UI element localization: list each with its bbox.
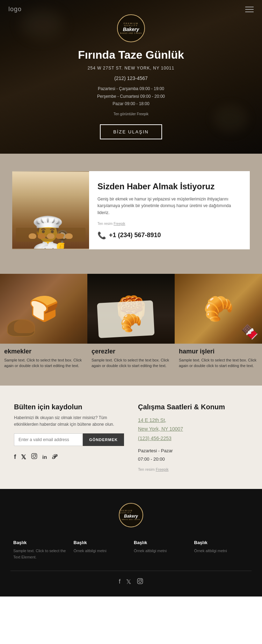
newsletter-column: Bülten için kaydolun Haberimizi ilk okuy… (14, 403, 124, 471)
cookies-info: çerezler Sample text. Click to select th… (87, 344, 175, 372)
about-credit-prefix: Ten resim (97, 222, 112, 226)
newsletter-submit-button[interactable]: GÖNDERMEK (83, 433, 124, 446)
hamburger-line-3 (245, 12, 254, 12)
footer-logo-area: PREMIUM QUALITY Bakery BAKED AND CAKES (10, 503, 252, 527)
footer-col-4-title: Başlık (194, 540, 249, 545)
footer-badge-main: Bakery (124, 514, 138, 519)
newsletter-description: Haberimizi ilk okuyan siz olmak ister mi… (14, 415, 124, 428)
hours-time: 07:00 - 20:00 (138, 455, 248, 463)
pinterest-icon[interactable]: 𝒫 (52, 453, 56, 461)
about-credit-link[interactable]: Freepik (114, 222, 125, 226)
location-credit: Ten resim Freepik (138, 467, 248, 471)
hero-title: Fırında Taze Günlük (78, 49, 184, 61)
footer-col-2: Başlık Örnek altbilgi metni (71, 540, 131, 560)
location-phone[interactable]: (123) 456-2253 (138, 436, 248, 441)
about-text-area: Sizden Haber Almak İstiyoruz Geniş bir e… (89, 171, 250, 249)
top-navigation: logo (0, 0, 262, 19)
address-line-1: 14 E 12th St, (138, 416, 248, 425)
hamburger-line-1 (245, 7, 254, 7)
footer-badge-sub: BAKED AND CAKES (122, 519, 140, 520)
footer-columns: Başlık Sample text. Click to select the … (10, 540, 252, 560)
email-input[interactable] (14, 433, 83, 446)
svg-rect-0 (32, 454, 37, 459)
footer-col-1-text: Sample text. Click to select the Text El… (13, 548, 68, 560)
svg-point-2 (35, 454, 36, 455)
hero-badge: PREMIUM QUALITY Bakery BAKED AND CAKES (117, 14, 145, 42)
location-title: Çalışma Saatleri & Konum (138, 403, 248, 411)
contact-button[interactable]: BİZE ULAŞIN (100, 124, 162, 139)
footer-col-3-title: Başlık (134, 540, 189, 545)
products-section: 🍞 ekmekler Sample text. Click to select … (0, 267, 262, 386)
bread-image: 🍞 (0, 274, 87, 344)
footer-twitter-icon[interactable]: 𝕏 (126, 578, 131, 586)
about-phone-row: 📞 +1 (234) 567-8910 (97, 231, 241, 240)
newsletter-form: GÖNDERMEK (14, 433, 124, 446)
footer-social-icons: f 𝕏 (10, 571, 252, 586)
badge-sub-text: BAKED AND CAKES (120, 32, 142, 34)
hero-hours-line-1: Pazartesi - Çarşamba 09:00 - 19:00 (97, 85, 165, 93)
linkedin-icon[interactable]: in (42, 454, 47, 460)
svg-rect-3 (138, 579, 143, 584)
hero-credit-prefix: Ten görüntüler (114, 112, 136, 116)
pastry-description: Sample text. Click to select the text bo… (179, 357, 258, 369)
cookies-name: çerezler (92, 348, 170, 355)
products-grid: 🍞 ekmekler Sample text. Click to select … (0, 274, 262, 372)
hours-label: Pazartesi - Pazar (138, 447, 248, 455)
hero-hours-line-3: Pazar 09:00 - 18:00 (97, 100, 165, 108)
bread-emoji: 🍞 (29, 294, 59, 323)
footer-facebook-icon[interactable]: f (119, 578, 121, 586)
hamburger-line-2 (245, 9, 254, 10)
pastry-image: 🥐 🍫 (175, 274, 262, 344)
facebook-icon[interactable]: f (14, 453, 16, 461)
twitter-icon[interactable]: 𝕏 (21, 453, 26, 461)
hero-hours: Pazartesi - Çarşamba 09:00 - 19:00 Perşe… (97, 85, 165, 108)
baker-image-placeholder: 👨‍🍳 (12, 171, 89, 249)
hero-credit-link[interactable]: Freepik (137, 112, 148, 116)
social-icons-row: f 𝕏 in 𝒫 (14, 453, 124, 461)
hero-credit: Ten görüntüler Freepik (114, 112, 148, 116)
footer-badge-top: PREMIUM QUALITY (119, 510, 143, 514)
product-item-bread: 🍞 ekmekler Sample text. Click to select … (0, 274, 87, 372)
pastry-info: hamur işleri Sample text. Click to selec… (175, 344, 262, 372)
cookies-image: 🥮 🥐 (87, 274, 175, 344)
hero-content: PREMIUM QUALITY Bakery BAKED AND CAKES F… (78, 14, 184, 139)
footer-col-2-title: Başlık (74, 540, 129, 545)
hero-section: PREMIUM QUALITY Bakery BAKED AND CAKES F… (0, 0, 262, 154)
hamburger-menu[interactable] (245, 7, 254, 12)
footer-col-2-text: Örnek altbilgi metni (74, 548, 129, 554)
address-line-2: New York, NY 10007 (138, 425, 248, 433)
about-image: 👨‍🍳 (12, 171, 89, 249)
svg-point-5 (141, 579, 142, 580)
badge-main-text: Bakery (123, 27, 139, 32)
about-description: Geniş bir ekmek ve hamur işi yelpazesi v… (97, 196, 241, 216)
footer-badge: PREMIUM QUALITY Bakery BAKED AND CAKES (119, 503, 143, 527)
bun-emoji: 🥐 (120, 313, 142, 333)
footer-col-1: Başlık Sample text. Click to select the … (10, 540, 71, 560)
bread-info: ekmekler Sample text. Click to select th… (0, 344, 87, 372)
bread-description: Sample text. Click to select the text bo… (4, 357, 83, 369)
about-section: 👨‍🍳 Sizden Haber Almak İstiyoruz Geniş b… (0, 154, 262, 267)
loc-credit-link[interactable]: Freepik (156, 467, 169, 471)
footer-col-1-title: Başlık (13, 540, 68, 545)
footer-instagram-icon[interactable] (137, 578, 143, 586)
newsletter-title: Bülten için kaydolun (14, 403, 124, 411)
pastry-emoji: 🥐 (203, 294, 234, 323)
instagram-icon[interactable] (31, 453, 37, 461)
about-card: 👨‍🍳 Sizden Haber Almak İstiyoruz Geniş b… (12, 171, 250, 249)
footer-col-4: Başlık Örnek altbilgi metni (191, 540, 252, 560)
svg-point-1 (33, 455, 36, 458)
location-address[interactable]: 14 E 12th St, New York, NY 10007 (138, 416, 248, 433)
hero-light-2 (213, 105, 248, 133)
footer-col-4-text: Örnek altbilgi metni (194, 548, 249, 554)
location-column: Çalışma Saatleri & Konum 14 E 12th St, N… (138, 403, 248, 471)
loc-credit-prefix: Ten resim (138, 467, 155, 471)
bread-loaf-2 (14, 319, 35, 333)
logo: logo (8, 6, 22, 13)
about-credit: Ten resim Freepik (97, 222, 241, 226)
cookies-description: Sample text. Click to select the text bo… (92, 357, 170, 369)
newsletter-location-section: Bülten için kaydolun Haberimizi ilk okuy… (0, 386, 262, 489)
about-phone[interactable]: +1 (234) 567-8910 (109, 232, 161, 239)
bread-name: ekmekler (4, 348, 83, 355)
footer-col-3-text: Örnek altbilgi metni (134, 548, 189, 554)
footer: PREMIUM QUALITY Bakery BAKED AND CAKES B… (0, 489, 262, 597)
